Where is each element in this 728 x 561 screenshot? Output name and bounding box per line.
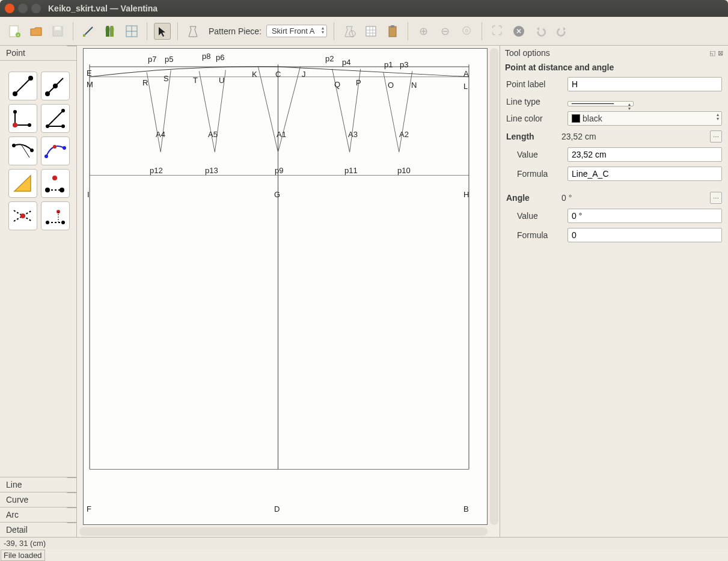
length-menu-button[interactable]: ⋯ <box>710 130 722 143</box>
angle-value-input[interactable] <box>567 209 722 223</box>
length-value-lbl: Value <box>506 150 561 159</box>
config-icon[interactable] <box>341 23 358 40</box>
svg-point-23 <box>45 91 50 96</box>
point-label-D: D <box>274 504 280 513</box>
point-label-A: A <box>463 69 469 78</box>
point-label-I: I <box>87 190 90 199</box>
zoom-out-icon[interactable]: ⊖ <box>436 23 453 40</box>
point-label-p2: p2 <box>325 54 334 63</box>
window-close-button[interactable] <box>5 4 14 13</box>
svg-line-19 <box>15 78 31 94</box>
tool-contact[interactable] <box>41 136 70 165</box>
zoom-in-icon[interactable]: ⊕ <box>415 23 432 40</box>
titlebar: Keiko_skirt.val — Valentina <box>0 0 728 17</box>
bottom-categories: Line Curve Arc Detail <box>0 477 76 537</box>
tool-options-panel: Tool options ◱ ⊠ Point at distance and a… <box>500 46 728 537</box>
point-label-A3: A3 <box>348 130 358 139</box>
svg-point-49 <box>46 221 49 224</box>
panel-undock-icon[interactable]: ◱ <box>709 49 715 57</box>
point-label-A1: A1 <box>277 130 286 139</box>
angle-formula-input[interactable] <box>567 228 722 242</box>
save-file-icon[interactable] <box>49 23 66 40</box>
tool-endpoint[interactable] <box>8 72 37 100</box>
tool-height[interactable] <box>41 201 70 230</box>
length-readout: 23,52 cm <box>561 132 704 141</box>
tool-bisector[interactable] <box>41 104 70 133</box>
length-value-input[interactable] <box>567 147 722 162</box>
length-formula-input[interactable] <box>567 167 722 181</box>
point-label-p8: p8 <box>202 52 210 61</box>
category-detail-tab[interactable]: Detail <box>0 522 76 537</box>
tool-shoulder[interactable] <box>8 136 37 165</box>
window-maximize-button[interactable] <box>31 4 41 13</box>
category-line-tab[interactable]: Line <box>0 477 76 492</box>
angle-formula-lbl: Formula <box>506 230 561 240</box>
open-file-icon[interactable] <box>28 23 44 40</box>
point-label-T: T <box>193 76 198 85</box>
line-type-lbl: Line type <box>506 97 561 106</box>
tool-along-line[interactable] <box>41 72 70 100</box>
svg-line-30 <box>47 111 63 126</box>
point-label-H: H <box>463 190 469 199</box>
line-color-select[interactable]: black▴▾ <box>567 111 722 126</box>
redo-icon[interactable] <box>554 23 570 40</box>
horizontal-scrollbar[interactable] <box>79 527 488 536</box>
zoom-fit-icon[interactable]: ⛶ <box>489 23 506 40</box>
stop-icon[interactable]: ✕ <box>510 23 527 40</box>
point-label-p11: p11 <box>344 166 358 175</box>
window-minimize-button[interactable] <box>18 4 28 13</box>
svg-point-50 <box>61 221 65 224</box>
line-type-select[interactable]: ▴▾ <box>567 101 634 106</box>
svg-point-36 <box>30 149 34 152</box>
svg-point-39 <box>63 146 66 150</box>
tool-grid <box>0 61 76 477</box>
new-file-icon[interactable]: + <box>6 23 23 40</box>
point-label-E: E <box>87 69 92 78</box>
table-icon[interactable] <box>362 23 379 40</box>
point-label-p3: p3 <box>400 60 408 69</box>
clipboard-icon[interactable] <box>384 23 401 40</box>
tool-triangle[interactable] <box>8 169 37 198</box>
length-formula-lbl: Formula <box>506 169 561 179</box>
line-color-lbl: Line color <box>506 114 561 123</box>
point-label-B: B <box>463 504 469 513</box>
svg-point-43 <box>60 188 64 192</box>
point-label-p13: p13 <box>205 166 218 175</box>
point-label-input[interactable] <box>567 77 722 91</box>
category-curve-tab[interactable]: Curve <box>0 492 76 507</box>
panel-close-icon[interactable]: ⊠ <box>718 49 723 57</box>
category-arc-tab[interactable]: Arc <box>0 507 76 522</box>
point-label-C: C <box>275 70 281 79</box>
point-label-A5: A5 <box>208 130 218 139</box>
drawing-canvas[interactable]: p7p5p8p6p2p4p1p3EMRSTUKCJQPONALA4A5A1A3A… <box>83 48 488 525</box>
zoom-original-icon[interactable]: ⦾ <box>458 23 475 40</box>
undo-icon[interactable] <box>532 23 549 40</box>
detail-mode-icon[interactable] <box>102 23 118 40</box>
svg-point-40 <box>53 145 57 149</box>
pattern-piece-select[interactable]: Skirt Front A ▴▾ <box>266 25 328 37</box>
tool-options-subtitle: Point at distance and angle <box>500 60 728 77</box>
svg-point-27 <box>13 123 17 127</box>
pointer-tool-icon[interactable] <box>154 23 171 40</box>
tool-normal[interactable] <box>8 104 37 133</box>
point-label-U: U <box>219 76 224 85</box>
angle-menu-button[interactable]: ⋯ <box>710 192 722 204</box>
pattern-piece-icon[interactable] <box>185 23 201 40</box>
canvas-area[interactable]: p7p5p8p6p2p4p1p3EMRSTUKCJQPONALA4A5A1A3A… <box>77 46 500 537</box>
draw-mode-icon[interactable] <box>80 23 97 40</box>
layout-mode-icon[interactable] <box>123 23 140 40</box>
point-label-p6: p6 <box>216 53 224 62</box>
point-label-lbl: Point label <box>506 79 561 89</box>
window-title: Keiko_skirt.val — Valentina <box>48 4 158 13</box>
point-label-p4: p4 <box>342 58 350 67</box>
vertical-scrollbar[interactable] <box>490 48 498 525</box>
category-point-tab[interactable]: Point <box>0 46 76 61</box>
pattern-piece-value: Skirt Front A <box>272 26 315 35</box>
svg-point-29 <box>13 110 17 114</box>
point-label-p1: p1 <box>384 60 393 69</box>
svg-rect-10 <box>366 26 376 36</box>
svg-point-42 <box>45 188 50 192</box>
point-label-Q: Q <box>334 80 340 89</box>
tool-line-intersect[interactable] <box>8 201 37 230</box>
tool-point-intersection[interactable] <box>41 169 70 198</box>
